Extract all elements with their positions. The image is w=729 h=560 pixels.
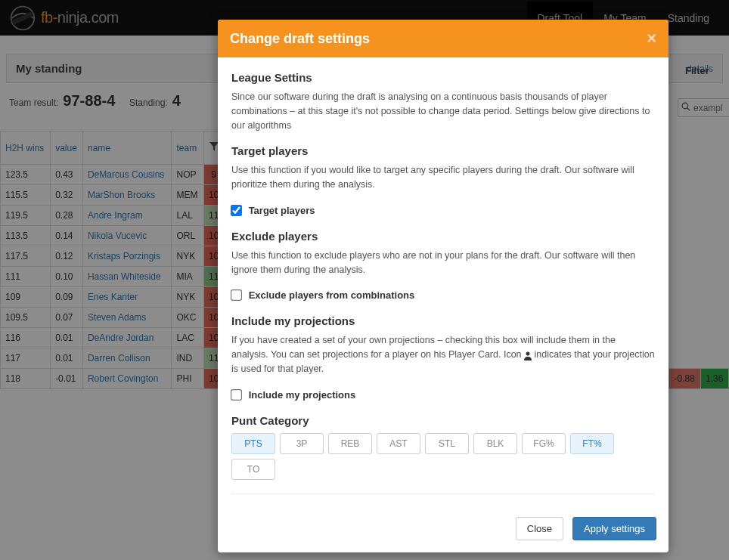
punt-pts[interactable]: PTS <box>231 433 275 454</box>
exclude-checkbox-label[interactable]: Exclude players from combinations <box>249 289 415 301</box>
punt-blk[interactable]: BLK <box>473 433 517 454</box>
target-checkbox-row: Target players <box>231 204 655 216</box>
projections-desc: If you have created a set of your own pr… <box>231 333 655 376</box>
target-checkbox-label[interactable]: Target players <box>249 205 315 216</box>
modal-body: League Settins Since our software during… <box>218 57 669 508</box>
league-heading: League Settins <box>231 71 655 84</box>
target-heading: Target players <box>231 144 655 157</box>
modal-footer: Close Apply settings <box>218 508 669 552</box>
punt-fgpct[interactable]: FG% <box>522 433 566 454</box>
projections-checkbox-label[interactable]: Include my projections <box>249 389 356 401</box>
punt-ftpct[interactable]: FT% <box>570 433 614 454</box>
target-checkbox[interactable] <box>231 205 242 216</box>
apply-button[interactable]: Apply settings <box>572 517 656 540</box>
modal-close-button[interactable]: × <box>647 30 656 47</box>
punt-ast[interactable]: AST <box>377 433 420 454</box>
projections-checkbox[interactable] <box>231 389 242 401</box>
exclude-checkbox-row: Exclude players from combinations <box>231 289 655 301</box>
exclude-heading: Exclude players <box>231 230 655 243</box>
svg-point-3 <box>526 351 530 355</box>
punt-stl[interactable]: STL <box>425 433 469 454</box>
modal-header: Change draft settings × <box>218 20 669 57</box>
target-desc: Use this function if you would like to t… <box>231 163 655 192</box>
draft-settings-modal: Change draft settings × League Settins S… <box>218 20 669 552</box>
punt-to[interactable]: TO <box>231 459 275 480</box>
punt-category-row: PTS3PREBASTSTLBLKFG%FT%TO <box>231 433 655 494</box>
modal-title: Change draft settings <box>230 31 370 47</box>
exclude-checkbox[interactable] <box>231 289 242 301</box>
close-button[interactable]: Close <box>516 517 563 540</box>
punt-3p[interactable]: 3P <box>280 433 324 454</box>
projections-checkbox-row: Include my projections <box>231 388 655 401</box>
punt-heading: Punt Category <box>231 414 655 427</box>
projections-heading: Include my projections <box>231 314 655 327</box>
punt-reb[interactable]: REB <box>328 433 372 454</box>
league-desc: Since our software during the draft is a… <box>231 90 655 132</box>
exclude-desc: Use this function to exclude players who… <box>231 249 655 277</box>
person-icon <box>524 351 532 360</box>
